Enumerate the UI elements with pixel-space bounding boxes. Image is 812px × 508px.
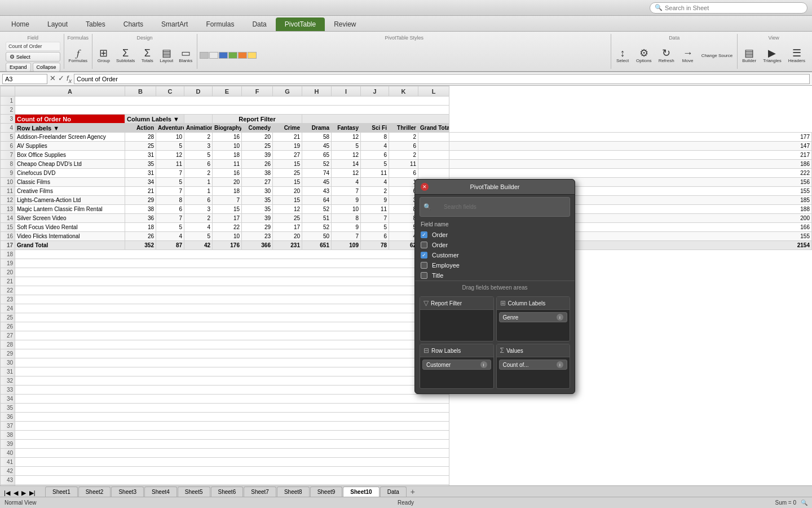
empty-cell-43[interactable] [15, 476, 449, 485]
row-label-0[interactable]: Addison-Freelander Screen Agency [15, 133, 125, 142]
cell-5-9[interactable]: 1 [389, 178, 418, 187]
cell-0-6[interactable]: 58 [302, 133, 332, 142]
cell-2-11[interactable]: 217 [449, 151, 812, 160]
field-item-1[interactable]: Order [415, 240, 575, 250]
cell-d3[interactable] [184, 115, 213, 124]
report-filter-content[interactable] [420, 310, 493, 314]
cell-3-1[interactable]: 11 [156, 160, 184, 169]
cell-8-8[interactable]: 11 [361, 205, 389, 214]
genre-tag[interactable]: Genre i [499, 312, 568, 322]
subtotals-button[interactable]: Σ Subtotals [114, 47, 137, 64]
cell-1-6[interactable]: 45 [302, 142, 332, 151]
col-header-G[interactable]: G [273, 86, 302, 97]
cell-10-6[interactable]: 52 [302, 223, 332, 232]
expand-button[interactable]: Expand [6, 63, 31, 72]
cell-11-3[interactable]: 10 [213, 232, 242, 241]
cell-1-2[interactable]: 3 [184, 142, 213, 151]
cell-0-9[interactable]: 2 [389, 133, 418, 142]
style-swatch-1[interactable] [200, 52, 209, 59]
function-icon[interactable]: fx [67, 74, 72, 84]
cell-6-8[interactable]: 2 [361, 187, 389, 196]
row-label-8[interactable]: Magic Lantern Classic Film Rental [15, 205, 125, 214]
cell-4-4[interactable]: 38 [242, 169, 273, 178]
search-input[interactable] [665, 5, 802, 11]
cell-0-2[interactable]: 2 [184, 133, 213, 142]
cell-7-6[interactable]: 64 [302, 196, 332, 205]
empty-cell-28[interactable] [15, 340, 449, 349]
col-header-C[interactable]: C [156, 86, 184, 97]
empty-cell-33[interactable] [15, 386, 449, 395]
sheet-tab-sheet4[interactable]: Sheet4 [144, 487, 177, 497]
empty-cell-42[interactable] [15, 467, 449, 476]
cell-3-7[interactable]: 14 [332, 160, 361, 169]
cell-6-3[interactable]: 18 [213, 187, 242, 196]
group-button[interactable]: ⊞ Group [95, 47, 113, 64]
cell-9-6[interactable]: 51 [302, 214, 332, 223]
sheet-tab-sheet2[interactable]: Sheet2 [78, 487, 111, 497]
cell-2-1[interactable]: 12 [156, 151, 184, 160]
cell-6-5[interactable]: 20 [273, 187, 302, 196]
cell-5-6[interactable]: 45 [302, 178, 332, 187]
cell-10-2[interactable]: 4 [184, 223, 213, 232]
cell-9-3[interactable]: 17 [213, 214, 242, 223]
cell-7-7[interactable]: 9 [332, 196, 361, 205]
cell-4-0[interactable]: 31 [125, 169, 156, 178]
col-header-E[interactable]: E [213, 86, 242, 97]
empty-cell-26[interactable] [15, 322, 449, 331]
cell-7-8[interactable]: 9 [361, 196, 389, 205]
row-label-11[interactable]: Video Flicks International [15, 232, 125, 241]
count-tag[interactable]: Count of... i [499, 360, 568, 370]
cell-11-1[interactable]: 4 [156, 232, 184, 241]
cell-9-7[interactable]: 8 [332, 214, 361, 223]
cell-5-3[interactable]: 20 [213, 178, 242, 187]
field-item-3[interactable]: Employee [415, 260, 575, 270]
cell-1-5[interactable]: 19 [273, 142, 302, 151]
row-label-3[interactable]: Cheapo Cheap DVD's Ltd [15, 160, 125, 169]
style-swatch-6[interactable] [248, 52, 257, 59]
cell-7-0[interactable]: 29 [125, 196, 156, 205]
cell-11-9[interactable]: 4 [389, 232, 418, 241]
cell-6-1[interactable]: 7 [156, 187, 184, 196]
row-label-4[interactable]: Cinefocus DVD [15, 169, 125, 178]
cell-8-9[interactable]: 8 [389, 205, 418, 214]
cell-0-5[interactable]: 21 [273, 133, 302, 142]
column-labels-content[interactable]: Genre i [497, 310, 570, 326]
cell-2-5[interactable]: 27 [273, 151, 302, 160]
col-header-L[interactable]: L [418, 86, 449, 97]
cell-a2[interactable] [15, 106, 449, 115]
cell-4-5[interactable]: 25 [273, 169, 302, 178]
col-header-I[interactable]: I [332, 86, 361, 97]
cell-2-4[interactable]: 39 [242, 151, 273, 160]
sheet-tab-sheet8[interactable]: Sheet8 [277, 487, 310, 497]
tab-tables[interactable]: Tables [77, 17, 114, 31]
empty-cell-32[interactable] [15, 376, 449, 386]
empty-cell-38[interactable] [15, 431, 449, 440]
field-checkbox-1[interactable] [421, 242, 427, 248]
select-button[interactable]: ↕ Select [614, 47, 632, 64]
cell-3-10[interactable] [418, 160, 449, 169]
cell-3-11[interactable]: 186 [449, 160, 812, 169]
cell-1-9[interactable]: 6 [389, 142, 418, 151]
cell-9-5[interactable]: 25 [273, 214, 302, 223]
empty-cell-24[interactable] [15, 304, 449, 313]
col-header-A[interactable]: A [15, 86, 125, 97]
cell-b3[interactable]: Column Labels ▼ [125, 115, 184, 124]
cell-10-8[interactable]: 5 [361, 223, 389, 232]
cell-1-3[interactable]: 10 [213, 142, 242, 151]
cell-6-9[interactable]: 6 [389, 187, 418, 196]
tab-layout[interactable]: Layout [38, 17, 77, 31]
cell-2-6[interactable]: 65 [302, 151, 332, 160]
cell-3-6[interactable]: 52 [302, 160, 332, 169]
cell-10-7[interactable]: 9 [332, 223, 361, 232]
triangles-button[interactable]: ▶ Triangles [761, 47, 784, 64]
cell-a1[interactable] [15, 97, 449, 106]
row-label-7[interactable]: Lights-Camera-Action Ltd [15, 196, 125, 205]
style-swatch-3[interactable] [219, 52, 228, 59]
col-header-F[interactable]: F [242, 86, 273, 97]
style-swatch-4[interactable] [228, 52, 237, 59]
cell-9-0[interactable]: 36 [125, 214, 156, 223]
tab-home[interactable]: Home [2, 17, 38, 31]
sheet-tab-sheet10[interactable]: Sheet10 [343, 487, 379, 497]
values-content[interactable]: Count of... i [497, 357, 570, 373]
empty-cell-25[interactable] [15, 313, 449, 322]
